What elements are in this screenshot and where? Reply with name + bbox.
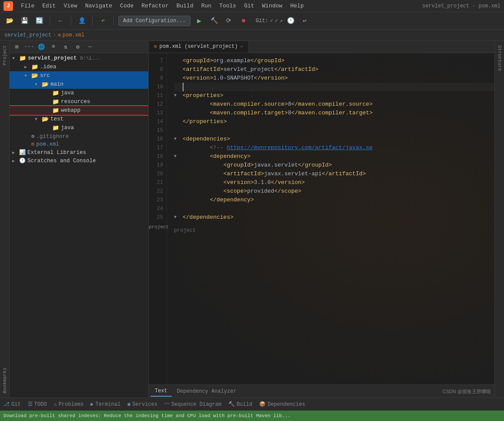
menu-run[interactable]: Run	[198, 2, 215, 10]
tree-item-resources[interactable]: 📁 resources	[10, 97, 148, 106]
folder-icon-main: 📂	[42, 81, 49, 88]
menu-window[interactable]: Window	[259, 2, 286, 10]
tool-git[interactable]: ⎇ Git	[3, 401, 21, 408]
breadcrumb-file[interactable]: pom.xml	[63, 32, 84, 38]
sequence-tool-icon: 〰	[164, 401, 170, 408]
proj-filter-btn[interactable]: ≡	[49, 42, 58, 52]
tree-label-src: src	[40, 73, 50, 79]
tool-terminal[interactable]: ▶ Terminal	[90, 401, 120, 408]
code-editor[interactable]: 7 8 9 10 11 12 13 14 15 16 17 18 19 20 2…	[149, 53, 494, 384]
git-push-icon[interactable]: ↗	[280, 17, 283, 24]
gutter-25: ▼	[174, 213, 181, 222]
tree-item-external-libs[interactable]: ▶ 📊 External Libraries	[10, 148, 148, 157]
tree-item-java2[interactable]: 📁 java	[10, 124, 148, 132]
tree-label-java2: java	[61, 125, 74, 131]
status-message: Download pre-built shared indexes: Reduc…	[3, 413, 290, 418]
tree-item-gitignore[interactable]: ⚙ .gitignore	[10, 132, 148, 140]
statusbar: Download pre-built shared indexes: Reduc…	[0, 411, 504, 421]
stop-btn[interactable]: ■	[237, 15, 250, 27]
build-btn[interactable]: 🔨	[208, 15, 220, 27]
bookmarks-side-label[interactable]: Bookmarks	[0, 363, 9, 398]
proj-dots-btn[interactable]: ···	[24, 42, 34, 52]
folder-icon-resources: 📁	[52, 98, 59, 105]
services-tool-icon: ◉	[127, 401, 130, 408]
project-toolbar: ⊞ ··· 🌐 ≡ ⇅ ⚙ —	[10, 41, 148, 53]
tree-item-pomxml[interactable]: m pom.xml	[10, 140, 148, 148]
bottom-tab-text[interactable]: Text	[150, 386, 172, 397]
breadcrumb-project[interactable]: servlet_project	[4, 32, 51, 38]
menu-file[interactable]: File	[17, 2, 38, 10]
tree-root-label: servlet_project	[28, 55, 77, 61]
tree-root[interactable]: ▼ 📁 servlet_project D:\i...	[10, 54, 148, 63]
menu-tools[interactable]: Tools	[216, 2, 240, 10]
run-config-button[interactable]: Add Configuration...	[118, 16, 190, 26]
tree-item-idea[interactable]: ▶ 📁 .idea	[10, 63, 148, 71]
proj-globe-btn[interactable]: 🌐	[37, 42, 46, 52]
rebuild-btn[interactable]: ⟳	[223, 15, 235, 27]
proj-settings-btn[interactable]: ⚙	[73, 42, 83, 52]
menu-build[interactable]: Build	[173, 2, 197, 10]
breadcrumb: servlet_project › m pom.xml	[0, 30, 504, 41]
tree-item-test[interactable]: ▼ 📂 test	[10, 115, 148, 124]
editor-bottom-path: project	[174, 224, 494, 237]
problems-tool-icon: ⚠	[53, 401, 57, 408]
proj-minimize-btn[interactable]: —	[85, 42, 95, 52]
menu-navigate[interactable]: Navigate	[82, 2, 116, 10]
undo-arrow-btn[interactable]: ↶	[97, 15, 109, 27]
run-btn[interactable]: ▶	[193, 15, 205, 27]
menu-git[interactable]: Git	[240, 2, 257, 10]
tool-services[interactable]: ◉ Services	[127, 401, 157, 408]
tool-sequence[interactable]: 〰 Sequence Diagram	[164, 401, 221, 408]
tree-item-webapp[interactable]: 📁 webapp	[10, 106, 148, 115]
tree-item-src[interactable]: ▼ 📂 src	[10, 71, 148, 80]
menu-view[interactable]: View	[60, 2, 80, 10]
terminal-tool-icon: ▶	[90, 401, 93, 408]
toolbar-sep-1	[50, 17, 50, 25]
menu-refactor[interactable]: Refactor	[138, 2, 172, 10]
tool-problems[interactable]: ⚠ Problems	[53, 401, 83, 408]
code-line-14: </properties>	[174, 117, 494, 126]
git-check-icon[interactable]: ✓	[270, 17, 273, 24]
tool-dependencies[interactable]: 📦 Dependencies	[259, 401, 305, 408]
git-icon-gitignore: ⚙	[31, 133, 34, 140]
code-content[interactable]: <groupId>org.example</groupId> <artifact…	[167, 53, 494, 384]
proj-layout-btn[interactable]: ⊞	[12, 42, 22, 52]
folder-icon-java2: 📁	[52, 124, 59, 131]
sync-btn[interactable]: 🔄	[33, 15, 45, 27]
breadcrumb-file-icon: m	[58, 33, 61, 38]
tool-build[interactable]: 🔨 Build	[228, 401, 252, 408]
git-check2-icon[interactable]: ✓	[275, 17, 278, 24]
problems-tool-label: Problems	[59, 401, 84, 408]
tree-item-java[interactable]: 📁 java	[10, 89, 148, 97]
tab-close-btn[interactable]: ✕	[240, 44, 243, 49]
code-line-24	[174, 204, 494, 213]
proj-sort-btn[interactable]: ⇅	[61, 42, 70, 52]
back-btn[interactable]: ←	[54, 15, 67, 27]
code-line-13: <maven.compiler.target>8</maven.compiler…	[174, 109, 494, 117]
tree-label-idea: .idea	[40, 64, 57, 70]
menu-help[interactable]: Help	[287, 2, 307, 10]
tree-item-main[interactable]: ▼ 📂 main	[10, 80, 148, 89]
menu-code[interactable]: Code	[117, 2, 137, 10]
code-line-19: <groupId>javax.servlet</groupId>	[174, 161, 494, 170]
git-label: Git:	[256, 18, 268, 24]
tool-todo[interactable]: ☰ TODO	[28, 401, 47, 408]
git-revert-btn[interactable]: ↩	[299, 15, 311, 27]
save-btn[interactable]: 💾	[18, 15, 30, 27]
menu-edit[interactable]: Edit	[39, 2, 59, 10]
project-side-label[interactable]: Project	[0, 41, 9, 70]
code-line-12: <maven.compiler.source>8</maven.compiler…	[174, 100, 494, 109]
tab-xml-icon: m	[154, 44, 157, 49]
app-title: servlet_project - pom.xml	[422, 3, 501, 9]
tree-item-scratches[interactable]: ▶ 🕐 Scratches and Console	[10, 157, 148, 165]
editor-tab-pom[interactable]: m pom.xml (servlet_project) ✕	[149, 41, 249, 53]
open-folder-btn[interactable]: 📂	[3, 15, 16, 27]
project-tree: ▼ 📁 servlet_project D:\i... ▶ 📁 .idea ▼ …	[10, 53, 148, 398]
code-line-10	[174, 83, 494, 91]
git-section: Git: ✓ ✓ ↗ 🕐 ↩	[256, 15, 311, 27]
git-history-btn[interactable]: 🕐	[285, 15, 297, 27]
todo-tool-label: TODO	[34, 401, 47, 408]
bottom-tab-dependency[interactable]: Dependency Analyzer	[173, 387, 241, 396]
user-btn[interactable]: 👤	[76, 15, 88, 27]
structure-side-label[interactable]: Structure	[495, 41, 504, 75]
